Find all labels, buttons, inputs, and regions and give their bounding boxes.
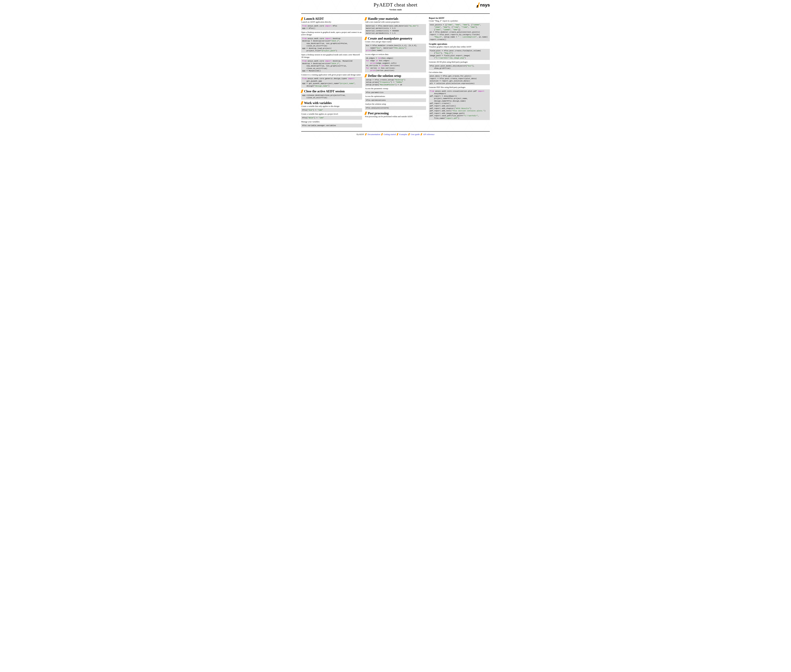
section-materials: Handle your materials xyxy=(365,17,426,21)
separator-icon xyxy=(365,133,367,135)
code-block: field_plot = hfss.post.create_fieldplot_… xyxy=(429,49,490,60)
page-header: PyAEDT cheat sheet Version: main nsys xyxy=(301,2,490,13)
separator-icon xyxy=(396,133,398,135)
code-block: setup = hfss.create_setup("MySetup") set… xyxy=(365,78,426,86)
code-block: hfss.post.plot_model_obj(objects=["box"]… xyxy=(429,64,490,70)
version-label: Version: main xyxy=(301,8,490,11)
subsection-report-aedt: Report in AEDT xyxy=(429,17,490,19)
page-title: PyAEDT cheat sheet xyxy=(301,2,490,8)
ansys-logo-icon xyxy=(477,3,480,8)
section-post-processing: Post processing xyxy=(365,112,426,115)
section-geometry: Create and manipulate geometry xyxy=(365,37,426,40)
footer-divider xyxy=(301,131,490,131)
code-block: from ansys.aedt.core import Hfss app = H… xyxy=(301,24,362,30)
note: Analyze the solution setup xyxy=(365,103,426,106)
code-block: from ansys.aedt.core import Desktop desk… xyxy=(301,37,362,53)
footer-link-examples[interactable]: Examples xyxy=(399,133,407,136)
note: Get solution data xyxy=(429,71,490,74)
column-3: Report in AEDT Create “Mag_E” report in … xyxy=(429,15,490,128)
separator-icon xyxy=(381,133,383,135)
footer: PyAEDT Documentation Getting started Exa… xyxy=(301,133,490,136)
section-solution-setup: Define the solution setup xyxy=(365,74,426,78)
footer-link-user-guide[interactable]: User guide xyxy=(411,133,420,136)
note: Generate PDF files using third-party pac… xyxy=(429,86,490,89)
section-variables: Work with variables xyxy=(301,101,362,105)
code-block: from ansys.aedt.core.generic.design_type… xyxy=(301,77,362,88)
footer-link-api-reference[interactable]: API reference xyxy=(423,133,435,136)
note: Create a variable that applies at a proj… xyxy=(301,113,362,115)
column-2: Handle your materials Add a new material… xyxy=(365,15,426,128)
note: Create a box and get object name: xyxy=(365,41,426,43)
note: Access edges or vertices data: xyxy=(365,53,426,56)
footer-link-getting-started[interactable]: Getting started xyxy=(383,133,396,136)
note: Visualize graphics objects and plot data… xyxy=(429,46,490,48)
subsection-graphic-ops: Graphic operations xyxy=(429,43,490,45)
code-block: nb_edges = len(box.edges) for edge in bo… xyxy=(365,56,426,72)
footer-brand: PyAEDT xyxy=(356,133,364,136)
separator-icon xyxy=(420,133,422,135)
column-1: Launch AEDT Launch an AEDT application d… xyxy=(301,15,362,128)
note: Access the optimizations: xyxy=(365,95,426,98)
footer-link-documentation[interactable]: Documentation xyxy=(367,133,380,136)
note: Launch an AEDT application directly: xyxy=(301,21,362,23)
note: Create “Mag_E” report in a polyline: xyxy=(429,20,490,22)
section-launch-aedt: Launch AEDT xyxy=(301,17,362,21)
note: Generate 2D/3D plots using third-party p… xyxy=(429,61,490,63)
note: Add a new material with custom propertie… xyxy=(365,21,426,23)
code-block: from ansys.aedt.core.visualization.plot.… xyxy=(429,90,490,120)
note: Open a Desktop session in non-graphical … xyxy=(301,54,362,59)
code-block: material = hfss.materials.add_material("… xyxy=(365,24,426,35)
note: Manage your variables: xyxy=(301,121,362,123)
code-block: hfss.variable_manager.variables xyxy=(301,124,362,128)
note: Post processing can be performed within … xyxy=(365,115,426,118)
ansys-logo: nsys xyxy=(477,3,490,8)
code-block: from ansys.aedt.core import Desktop, Max… xyxy=(301,59,362,73)
code-block: hfss.optimizations xyxy=(365,98,426,102)
code-block: test_points = [["0mm", "0mm", "0mm"], ["… xyxy=(429,23,490,42)
note: Open a Desktop session in graphical mode… xyxy=(301,31,362,36)
note: Connect to a running application with gi… xyxy=(301,74,362,76)
ansys-logo-text: nsys xyxy=(480,3,490,8)
header-divider xyxy=(301,13,490,14)
code-block: plot_data = hfss.get_traces_for_plot() r… xyxy=(429,74,490,85)
content-columns: Launch AEDT Launch an AEDT application d… xyxy=(301,15,490,128)
code-block: box = hfss.modeler.create_box([1,1,1], [… xyxy=(365,44,426,52)
separator-icon xyxy=(408,133,410,135)
note: Access the parametric sweep: xyxy=(365,88,426,90)
code-block: app.release_desktop(close_projects=True,… xyxy=(301,93,362,99)
code-block: hfss["dim"] = "1mm" xyxy=(301,108,362,112)
code-block: hfss["$dim"] = "1mm" xyxy=(301,116,362,120)
code-block: hfss.parametrics xyxy=(365,91,426,94)
code-block: hfss.analyze(cores=4) xyxy=(365,106,426,110)
section-close-session: Close the active AEDT session xyxy=(301,90,362,93)
note: Create a variable that only applies to t… xyxy=(301,105,362,108)
